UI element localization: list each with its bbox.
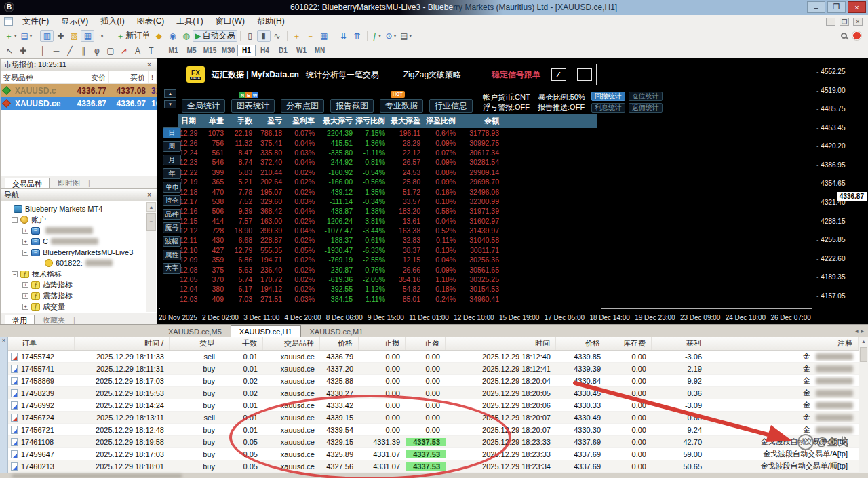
col-comment[interactable]: 注释 xyxy=(707,337,859,350)
tab-scroll-left-icon[interactable]: ◂ xyxy=(855,327,859,334)
scroll-up-icon[interactable]: ▲ xyxy=(859,337,868,346)
terminal-close-icon[interactable]: × xyxy=(2,337,5,344)
auto-scroll-button[interactable]: ⇊ xyxy=(337,30,351,42)
tree-item-indicators[interactable]: 技术指标 xyxy=(1,268,157,279)
stat-button[interactable]: 返佣统计 xyxy=(629,103,663,113)
navigator-scrollbar[interactable]: ▲ ≡ xyxy=(146,202,156,312)
window-restore-button[interactable]: ❒ xyxy=(827,1,846,13)
menu-item[interactable]: 工具(T) xyxy=(170,14,209,28)
new-order-button[interactable]: ＋新订单 xyxy=(114,30,152,42)
window-minimize-button[interactable]: – xyxy=(807,1,825,13)
market-watch-button[interactable]: ▥ xyxy=(40,30,54,42)
chart-tab[interactable]: XAUUSD.ce,H1 xyxy=(231,325,301,337)
col-symbol[interactable]: 交易品种 xyxy=(263,337,320,350)
menu-item[interactable]: 插入(I) xyxy=(94,14,130,28)
crosshair-tool-button[interactable]: ✚ xyxy=(16,45,30,57)
timeframe-button[interactable]: H4 xyxy=(256,45,274,56)
scroll-up-icon[interactable]: ▲ xyxy=(146,202,156,212)
text-tool-button[interactable]: A xyxy=(131,45,144,57)
tab-symbols[interactable]: 交易品种 xyxy=(5,178,50,189)
search-icon[interactable] xyxy=(841,33,847,39)
col-sl[interactable]: 止损 xyxy=(359,337,406,350)
order-row[interactable]: 17456992 2025.12.29 18:14:24 buy 0.01 xa… xyxy=(8,399,859,412)
pro-data-button[interactable]: 专业数据 xyxy=(380,99,423,113)
expand-toggle-icon[interactable] xyxy=(22,228,28,234)
scripts-icon[interactable]: ◉ xyxy=(165,30,179,42)
indicators-button[interactable]: ƒ▾ xyxy=(370,30,384,42)
timeframe-button[interactable]: D1 xyxy=(274,45,292,56)
tree-item-server-1[interactable] xyxy=(1,225,157,236)
tree-item-accounts[interactable]: 账户 xyxy=(1,214,157,225)
tile-windows-button[interactable]: ▦ xyxy=(317,30,331,42)
order-row[interactable]: 17456721 2025.12.29 18:12:48 buy 0.01 xa… xyxy=(8,424,859,436)
col-open-time[interactable]: 时间 / xyxy=(75,337,170,350)
new-chart-button[interactable]: ＋▾ xyxy=(3,30,19,42)
menu-item[interactable]: 窗口(W) xyxy=(210,14,251,28)
notification-badge[interactable] xyxy=(852,31,861,40)
order-row[interactable]: 17461108 2025.12.29 18:19:58 buy 0.05 xa… xyxy=(8,436,859,448)
tree-item-root[interactable]: Blueberry Markets MT4 xyxy=(1,203,157,214)
chart-tab[interactable]: XAUUSD.ce,M1 xyxy=(302,325,372,337)
channel-button[interactable]: ∥ xyxy=(77,45,90,57)
horizontal-line-button[interactable]: ─ xyxy=(50,45,63,57)
cursor-tool-button[interactable]: ↖ xyxy=(3,45,16,57)
chart-tab[interactable]: XAUUSD.ce,M5 xyxy=(160,325,230,337)
menu-item[interactable]: 显示(V) xyxy=(55,14,94,28)
col-close-price[interactable]: 价格 xyxy=(556,337,606,350)
candlestick-button[interactable]: ▮ xyxy=(257,30,271,42)
zoom-out-button[interactable]: － xyxy=(304,30,317,42)
global-stats-button[interactable]: 全局统计 xyxy=(182,99,225,113)
navigator-button[interactable]: ▧ xyxy=(67,30,81,42)
tree-item-volumes[interactable]: 成交量 xyxy=(1,301,157,312)
chart-shift-button[interactable]: ⇈ xyxy=(351,30,364,42)
order-row[interactable]: 17458239 2025.12.29 18:15:53 buy 0.02 xa… xyxy=(8,387,859,399)
timeframe-button[interactable]: M30 xyxy=(219,45,237,56)
terminal-scrollbar[interactable]: ▲ xyxy=(859,337,868,473)
order-row[interactable]: 17458869 2025.12.29 18:17:03 buy 0.02 xa… xyxy=(8,375,859,387)
strategy-tester-button[interactable]: ◔ xyxy=(94,30,108,42)
text-label-button[interactable]: T xyxy=(144,45,158,57)
report-screenshot-button[interactable]: 报告截图 xyxy=(330,99,374,113)
stat-button[interactable]: 利息统计 xyxy=(591,103,625,113)
symbol-row-xauusd-ce[interactable]: XAUUSD.ce 4336.87 4336.97 10 xyxy=(1,97,157,110)
timeframe-button[interactable]: M15 xyxy=(201,45,219,56)
autot rade-button[interactable]: ▶自动交易 xyxy=(193,30,237,42)
expand-toggle-icon[interactable] xyxy=(22,304,28,310)
symbol-row-xauusd-c[interactable]: XAUUSD.c 4336.77 4337.08 31 xyxy=(1,84,157,97)
tree-item-trend[interactable]: 趋势指标 xyxy=(1,279,157,290)
order-row[interactable]: 17455741 2025.12.29 18:11:31 buy 0.01 xa… xyxy=(8,363,859,375)
line-chart-button[interactable]: ∿ xyxy=(271,30,284,42)
child-close-button[interactable]: × xyxy=(853,18,863,26)
periods-button[interactable]: ⊙▾ xyxy=(384,30,399,42)
timeframe-button[interactable]: M1 xyxy=(164,45,182,56)
close-icon[interactable]: × xyxy=(145,191,153,199)
timeframe-button[interactable]: H1 xyxy=(237,45,256,56)
collapse-toggle-icon[interactable] xyxy=(12,271,18,277)
close-icon[interactable]: × xyxy=(145,61,153,68)
stat-button[interactable]: 回撤统计 xyxy=(591,92,625,101)
order-row[interactable]: 17455742 2025.12.29 18:11:33 sell 0.01 x… xyxy=(8,351,859,363)
tree-item-oscillators[interactable]: 震荡指标 xyxy=(1,290,157,301)
zoom-in-button[interactable]: ＋ xyxy=(290,30,304,42)
order-row[interactable]: 17456724 2025.12.29 18:13:11 sell 0.01 x… xyxy=(8,412,859,424)
col-swap[interactable]: 库存费 xyxy=(606,337,652,350)
col-tp[interactable]: 止盈 xyxy=(406,337,446,350)
expand-toggle-icon[interactable] xyxy=(22,293,28,299)
col-close-time[interactable]: 时间 xyxy=(446,337,556,350)
chart-menu-icon[interactable] xyxy=(4,17,13,26)
order-row[interactable]: 17460213 2025.12.29 18:18:01 buy 0.05 xa… xyxy=(8,460,859,473)
tab-scroll-right-icon[interactable]: ▸ xyxy=(861,327,864,334)
scroll-thumb[interactable] xyxy=(860,347,867,362)
order-row[interactable]: 17459647 2025.12.29 18:17:03 buy 0.05 xa… xyxy=(8,448,859,460)
fibonacci-button[interactable]: φ xyxy=(90,45,104,57)
tree-item-server-live3[interactable]: BlueberryMarketsMU-Live3 xyxy=(1,247,157,258)
chart-stats-button[interactable]: 图表统计 xyxy=(231,99,275,113)
industry-info-button[interactable]: 行业信息 xyxy=(429,99,473,113)
distribution-button[interactable]: 分布点图 xyxy=(281,99,324,113)
timeframe-button[interactable]: W1 xyxy=(292,45,311,56)
templates-button[interactable]: ▤▾ xyxy=(398,30,414,42)
tab-tick-chart[interactable]: 即时图 xyxy=(51,178,87,189)
child-minimize-button[interactable]: – xyxy=(826,18,835,26)
tree-item-account-601822[interactable]: 601822: xyxy=(1,258,157,268)
child-restore-button[interactable]: ❒ xyxy=(840,18,849,26)
